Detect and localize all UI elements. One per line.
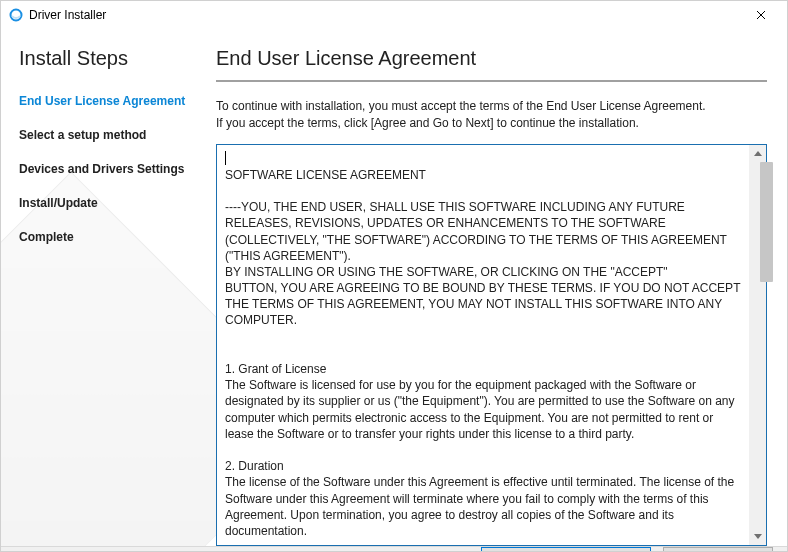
cancel-button[interactable]: Cancel <box>663 547 773 552</box>
eula-scrollbar[interactable] <box>749 145 766 546</box>
sidebar: Install Steps End User License Agreement… <box>1 29 216 546</box>
footer: Agree and Go to Next Cancel <box>1 546 787 552</box>
step-install-update: Install/Update <box>19 196 216 210</box>
scroll-down-icon[interactable] <box>749 528 766 545</box>
titlebar: Driver Installer <box>1 1 787 29</box>
instruction-text: To continue with installation, you must … <box>216 98 767 132</box>
main-panel: End User License Agreement To continue w… <box>216 29 787 546</box>
window-title: Driver Installer <box>29 8 106 22</box>
step-eula: End User License Agreement <box>19 94 216 108</box>
eula-content: SOFTWARE LICENSE AGREEMENT ----YOU, THE … <box>217 145 749 546</box>
scroll-thumb[interactable] <box>760 162 773 282</box>
close-button[interactable] <box>741 1 781 29</box>
step-list: End User License Agreement Select a setu… <box>19 94 216 244</box>
app-icon <box>9 8 23 22</box>
title-rule <box>216 80 767 82</box>
step-complete: Complete <box>19 230 216 244</box>
agree-next-button[interactable]: Agree and Go to Next <box>481 547 651 552</box>
eula-textbox[interactable]: SOFTWARE LICENSE AGREEMENT ----YOU, THE … <box>216 144 767 547</box>
step-devices-drivers: Devices and Drivers Settings <box>19 162 216 176</box>
instruction-line-2: If you accept the terms, click [Agree an… <box>216 116 639 130</box>
page-title: End User License Agreement <box>216 47 767 70</box>
sidebar-heading: Install Steps <box>19 47 216 70</box>
text-caret <box>225 151 226 165</box>
instruction-line-1: To continue with installation, you must … <box>216 99 706 113</box>
scroll-up-icon[interactable] <box>749 145 766 162</box>
step-setup-method: Select a setup method <box>19 128 216 142</box>
